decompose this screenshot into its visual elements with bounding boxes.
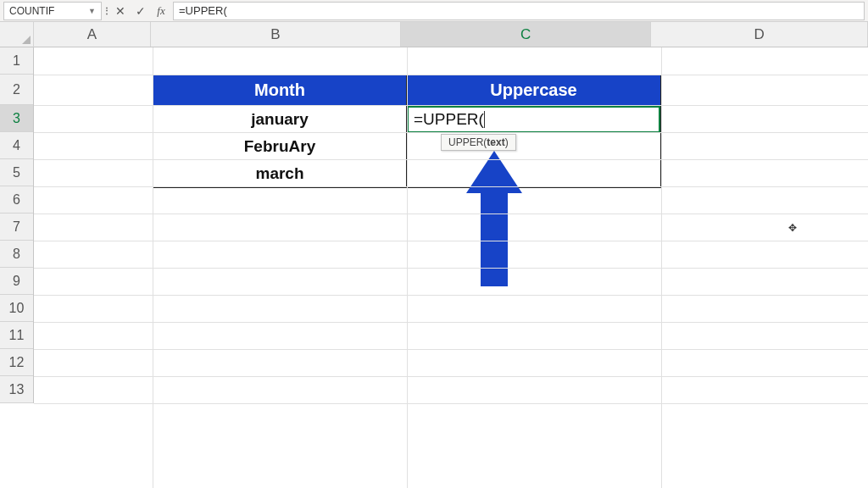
row-header-3[interactable]: 3 [0, 105, 33, 132]
name-box[interactable]: COUNTIF ▼ [3, 2, 102, 20]
name-box-value: COUNTIF [9, 5, 54, 17]
formula-input[interactable]: =UPPER( [173, 2, 865, 20]
row-header-8[interactable]: 8 [0, 241, 33, 268]
cancel-icon[interactable]: ✕ [112, 2, 129, 20]
gridline [34, 376, 868, 377]
tooltip-suffix: ) [505, 136, 509, 148]
editing-formula-text: =UPPER( [414, 110, 484, 129]
function-tooltip: UPPER(text) [441, 134, 516, 151]
gridline [34, 75, 868, 75]
row-header-2[interactable]: 2 [0, 75, 33, 105]
gridline [34, 349, 868, 350]
gridline [34, 105, 868, 106]
gridline [34, 268, 868, 269]
gridline [34, 186, 868, 187]
column-header-d[interactable]: D [651, 22, 868, 47]
select-all-corner[interactable] [0, 22, 34, 47]
fx-icon[interactable]: fx [153, 2, 170, 20]
gridline [34, 322, 868, 323]
spreadsheet: ABCD 12345678910111213 Month Uppercase j… [0, 22, 868, 488]
table-header-uppercase[interactable]: Uppercase [407, 75, 660, 106]
gridline [34, 159, 868, 160]
cell-upper-3[interactable] [407, 160, 660, 187]
formula-bar: COUNTIF ▼ ⋮ ✕ ✓ fx =UPPER( [0, 0, 868, 22]
row-header-9[interactable]: 9 [0, 268, 33, 295]
tooltip-arg: text [487, 136, 504, 148]
cells-area[interactable]: Month Uppercase january =UPPER( FebruAry… [34, 47, 868, 488]
row-header-1[interactable]: 1 [0, 47, 33, 75]
column-header-a[interactable]: A [34, 22, 151, 47]
gridline [34, 132, 868, 133]
gridline [34, 403, 868, 404]
row-header-4[interactable]: 4 [0, 132, 33, 159]
column-header-b[interactable]: B [151, 22, 401, 47]
divider: ⋮ [105, 2, 108, 20]
formula-text: =UPPER( [179, 4, 227, 17]
gridline [34, 241, 868, 241]
gridline [34, 214, 868, 214]
row-header-5[interactable]: 5 [0, 159, 33, 186]
row-header-6[interactable]: 6 [0, 186, 33, 214]
row-header-11[interactable]: 11 [0, 322, 33, 349]
column-headers: ABCD [34, 22, 868, 47]
column-header-c[interactable]: C [401, 22, 651, 47]
cell-editing[interactable]: =UPPER( [407, 106, 660, 133]
cell-month-2[interactable]: FebruAry [153, 133, 407, 160]
table-header-month[interactable]: Month [153, 75, 407, 106]
chevron-down-icon[interactable]: ▼ [88, 7, 96, 15]
row-header-12[interactable]: 12 [0, 349, 33, 376]
confirm-icon[interactable]: ✓ [132, 2, 149, 20]
cell-month-1[interactable]: january [153, 106, 407, 133]
row-header-13[interactable]: 13 [0, 376, 33, 403]
mouse-cursor-icon: ✥ [788, 222, 797, 234]
text-cursor [484, 111, 485, 128]
row-header-7[interactable]: 7 [0, 214, 33, 241]
tooltip-prefix: UPPER( [448, 136, 487, 148]
gridline [34, 295, 868, 296]
cell-month-3[interactable]: march [153, 160, 407, 187]
arrow-shaft [481, 193, 508, 286]
row-header-10[interactable]: 10 [0, 295, 33, 322]
row-headers: 12345678910111213 [0, 47, 34, 403]
